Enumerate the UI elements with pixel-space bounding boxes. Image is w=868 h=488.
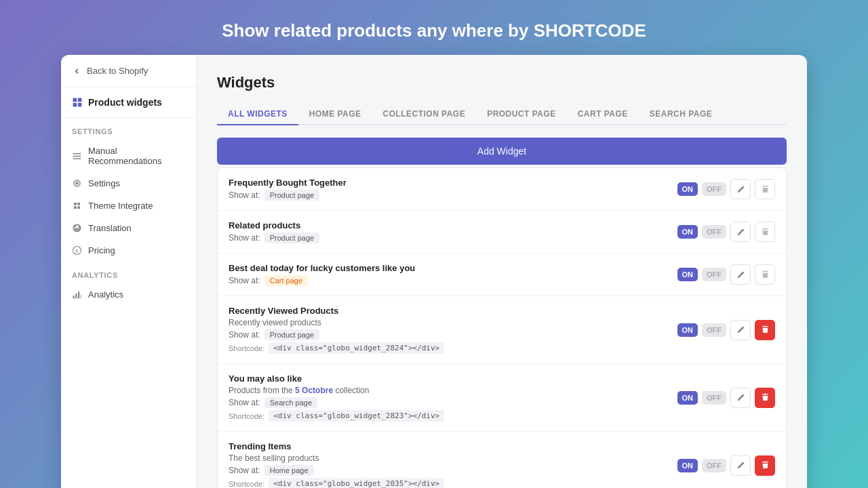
toggle-on-button[interactable]: ON bbox=[677, 182, 698, 196]
widget-row: Best deal today for lucky customers like… bbox=[218, 253, 786, 296]
edit-icon bbox=[736, 393, 745, 402]
svg-rect-3 bbox=[78, 103, 82, 107]
widget-name: Related products bbox=[229, 220, 677, 230]
widget-info: You may also like Products from the 5 Oc… bbox=[229, 373, 677, 422]
off-label: OFF bbox=[707, 228, 722, 236]
sub-highlight: 5 Octobre bbox=[295, 386, 333, 395]
analytics-icon bbox=[72, 289, 82, 300]
tab-cart-page[interactable]: CART PAGE bbox=[567, 104, 639, 125]
page-badge: Product page bbox=[264, 329, 319, 340]
tab-product-page[interactable]: PRODUCT PAGE bbox=[476, 104, 567, 125]
delete-button[interactable] bbox=[755, 222, 775, 242]
page-badge: Cart page bbox=[264, 275, 308, 286]
svg-rect-4 bbox=[73, 153, 81, 155]
svg-rect-12 bbox=[81, 295, 81, 299]
widget-subtitle: The best selling products bbox=[229, 453, 677, 463]
toggle-off-button[interactable]: OFF bbox=[702, 225, 726, 239]
product-widgets-nav[interactable]: Product widgets bbox=[61, 87, 196, 118]
trash-icon bbox=[761, 325, 770, 334]
tab-all-widgets[interactable]: ALL WIDGETS bbox=[217, 104, 298, 125]
page-badge: Search page bbox=[264, 397, 317, 408]
edit-icon bbox=[736, 185, 745, 194]
sidebar-label-theme-integrate: Theme Integrate bbox=[88, 201, 153, 211]
back-label: Back to Shopify bbox=[87, 66, 148, 76]
sidebar-label-pricing: Pricing bbox=[88, 245, 115, 256]
shortcode-value: <div class="globo_widget_2823"></div> bbox=[269, 410, 444, 422]
edit-button[interactable] bbox=[730, 179, 751, 199]
sidebar-item-translation[interactable]: Translation bbox=[61, 217, 196, 239]
edit-button[interactable] bbox=[730, 320, 751, 340]
toggle-off-button[interactable]: OFF bbox=[702, 268, 726, 281]
toggle-on-button[interactable]: ON bbox=[677, 459, 698, 472]
toggle-off-button[interactable]: OFF bbox=[702, 182, 726, 196]
trash-icon bbox=[761, 228, 770, 237]
widget-subtitle: Products from the 5 Octobre collection bbox=[229, 386, 677, 395]
sidebar-label-translation: Translation bbox=[88, 223, 132, 233]
widget-row: Related products Show at: Product page O… bbox=[218, 211, 786, 253]
sidebar-item-analytics[interactable]: Analytics bbox=[61, 283, 196, 306]
widget-controls: ON OFF bbox=[677, 388, 776, 408]
toggle-on-button[interactable]: ON bbox=[677, 391, 698, 405]
page-badge: Home page bbox=[264, 465, 314, 476]
tab-search-page[interactable]: SEARCH PAGE bbox=[639, 104, 723, 125]
show-at-label: Show at: bbox=[229, 190, 260, 200]
on-label: ON bbox=[682, 185, 694, 193]
delete-button[interactable] bbox=[755, 179, 775, 199]
shortcode-label: Shortcode: bbox=[229, 344, 264, 352]
widget-list: Frequently Bought Together Show at: Prod… bbox=[217, 167, 787, 488]
toggle-off-button[interactable]: OFF bbox=[702, 459, 726, 472]
back-arrow-icon bbox=[72, 66, 81, 76]
widget-badge-row: Show at: Product page bbox=[229, 232, 677, 243]
show-at-label: Show at: bbox=[229, 330, 260, 340]
svg-rect-11 bbox=[78, 291, 79, 299]
product-widgets-label: Product widgets bbox=[88, 97, 162, 108]
page-title: Widgets bbox=[217, 74, 787, 92]
toggle-on-button[interactable]: ON bbox=[677, 268, 698, 281]
svg-rect-1 bbox=[78, 98, 82, 102]
svg-rect-2 bbox=[73, 103, 77, 107]
show-at-label: Show at: bbox=[229, 276, 260, 285]
trash-icon bbox=[761, 461, 770, 470]
tab-home-page[interactable]: HOME PAGE bbox=[298, 104, 372, 125]
sidebar-label-analytics: Analytics bbox=[88, 289, 123, 300]
widget-info: Trending Items The best selling products… bbox=[229, 441, 677, 488]
edit-icon bbox=[736, 461, 745, 470]
widget-badge-row: Show at: Product page bbox=[229, 190, 677, 201]
on-label: ON bbox=[682, 270, 694, 279]
tab-collection-page[interactable]: COLLECTION PAGE bbox=[372, 104, 477, 125]
widget-badge-row: Show at: Search page bbox=[229, 397, 677, 408]
shortcode-row: Shortcode: <div class="globo_widget_2823… bbox=[229, 410, 677, 422]
sidebar-label-manual-rec: Manual Recommendations bbox=[88, 146, 185, 166]
toggle-off-button[interactable]: OFF bbox=[702, 323, 726, 337]
sidebar-item-pricing[interactable]: $ Pricing bbox=[61, 239, 196, 262]
toggle-on-button[interactable]: ON bbox=[677, 225, 698, 239]
back-to-shopify[interactable]: Back to Shopify bbox=[61, 55, 196, 87]
delete-button[interactable] bbox=[755, 455, 775, 476]
add-widget-button[interactable]: Add Widget bbox=[217, 138, 787, 165]
delete-button[interactable] bbox=[755, 320, 775, 340]
translation-icon bbox=[72, 223, 82, 233]
edit-button[interactable] bbox=[730, 388, 751, 408]
sidebar-item-theme-integrate[interactable]: Theme Integrate bbox=[61, 195, 196, 217]
list-icon bbox=[72, 151, 82, 161]
widget-row: Recently Viewed Products Recently viewed… bbox=[218, 296, 786, 364]
edit-button[interactable] bbox=[730, 264, 751, 285]
delete-button[interactable] bbox=[755, 264, 775, 285]
edit-button[interactable] bbox=[730, 455, 751, 476]
edit-button[interactable] bbox=[730, 222, 751, 242]
off-label: OFF bbox=[707, 394, 722, 402]
delete-button[interactable] bbox=[755, 388, 775, 408]
widget-badge-row: Show at: Product page bbox=[229, 329, 677, 340]
shortcode-row: Shortcode: <div class="globo_widget_2824… bbox=[229, 342, 677, 354]
edit-icon bbox=[736, 228, 745, 237]
widget-badge-row: Show at: Home page bbox=[229, 465, 677, 476]
trash-icon bbox=[761, 393, 770, 402]
toggle-off-button[interactable]: OFF bbox=[702, 391, 726, 405]
sidebar-item-manual-recommendations[interactable]: Manual Recommendations bbox=[61, 140, 196, 172]
sidebar-item-settings[interactable]: Settings bbox=[61, 172, 196, 195]
toggle-on-button[interactable]: ON bbox=[677, 323, 698, 337]
app-container: Back to Shopify Product widgets SETTINGS… bbox=[61, 55, 807, 488]
tab-bar: ALL WIDGETS HOME PAGE COLLECTION PAGE PR… bbox=[217, 104, 787, 125]
sidebar: Back to Shopify Product widgets SETTINGS… bbox=[61, 55, 197, 488]
trash-icon bbox=[761, 185, 770, 194]
